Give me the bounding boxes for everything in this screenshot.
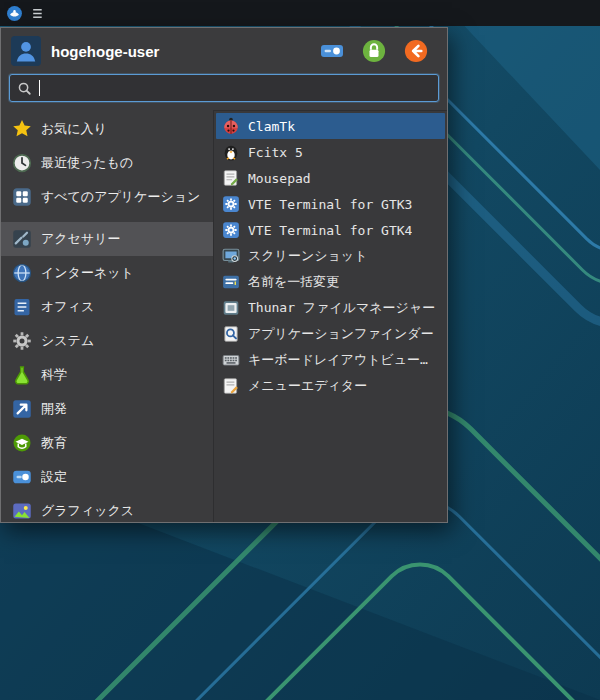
app-list: ClamTk Fcitx 5 Mousepad VTE Terminal for… [213, 110, 447, 522]
app-item[interactable]: スクリーンショット [216, 243, 445, 269]
dev-icon [12, 399, 32, 419]
menuedit-icon [222, 377, 240, 395]
fcitx-icon [222, 143, 240, 161]
app-item[interactable]: メニューエディター [216, 373, 445, 399]
thunar-icon [222, 299, 240, 317]
app-item[interactable]: Mousepad [216, 165, 445, 191]
clamtk-icon [222, 117, 240, 135]
mousepad-icon [222, 169, 240, 187]
app-item[interactable]: VTE Terminal for GTK4 [216, 217, 445, 243]
app-item[interactable]: キーボードレイアウトビュー… [216, 347, 445, 373]
settings-card-icon [320, 39, 344, 63]
logout-arrow-icon [404, 39, 428, 63]
window-list-icon[interactable] [30, 5, 47, 22]
menu-header: hogehoge-user [1, 28, 447, 72]
search-input[interactable] [9, 74, 439, 102]
app-item[interactable]: 名前を一括変更 [216, 269, 445, 295]
category-item[interactable]: グラフィックス [1, 494, 213, 522]
category-item[interactable]: 科学 [1, 358, 213, 392]
lock-icon [362, 39, 386, 63]
keyboard-icon [222, 351, 240, 369]
grid-icon [12, 187, 32, 207]
gear-icon [12, 331, 32, 351]
category-item[interactable]: すべてのアプリケーション [1, 180, 213, 214]
user-avatar [11, 36, 41, 66]
app-item[interactable]: Thunar ファイルマネージャー [216, 295, 445, 321]
category-item[interactable]: インターネット [1, 256, 213, 290]
category-item[interactable]: アクセサリー [1, 222, 213, 256]
star-icon [12, 119, 32, 139]
app-item[interactable]: アプリケーションファインダー [216, 321, 445, 347]
office-icon [12, 297, 32, 317]
whisker-menu: hogehoge-user お気に入り 最近使ったもの すべてのアプリケーション… [0, 27, 448, 523]
vte-icon [222, 221, 240, 239]
logout-button[interactable] [403, 38, 429, 64]
settings-icon [12, 467, 32, 487]
username: hogehoge-user [51, 43, 309, 60]
distro-logo-icon[interactable] [6, 5, 23, 22]
category-item[interactable]: 最近使ったもの [1, 146, 213, 180]
search-icon [17, 81, 32, 96]
category-item[interactable]: 教育 [1, 426, 213, 460]
header-actions [319, 38, 437, 64]
app-item[interactable]: VTE Terminal for GTK3 [216, 191, 445, 217]
lock-screen-button[interactable] [361, 38, 387, 64]
graphics-icon [12, 501, 32, 521]
settings-button[interactable] [319, 38, 345, 64]
clock-icon [12, 153, 32, 173]
text-caret [39, 80, 40, 96]
app-item[interactable]: Fcitx 5 [216, 139, 445, 165]
vte-icon [222, 195, 240, 213]
category-separator [1, 214, 213, 222]
screenshot-icon [222, 247, 240, 265]
edu-icon [12, 433, 32, 453]
category-item[interactable]: お気に入り [1, 112, 213, 146]
category-item[interactable]: 開発 [1, 392, 213, 426]
category-item[interactable]: システム [1, 324, 213, 358]
app-item[interactable]: ClamTk [216, 113, 445, 139]
finder-icon [222, 325, 240, 343]
rename-icon [222, 273, 240, 291]
accessories-icon [12, 229, 32, 249]
science-icon [12, 365, 32, 385]
menu-body: お気に入り 最近使ったもの すべてのアプリケーション アクセサリー インターネッ… [1, 110, 447, 522]
category-list: お気に入り 最近使ったもの すべてのアプリケーション アクセサリー インターネッ… [1, 110, 213, 522]
category-item[interactable]: オフィス [1, 290, 213, 324]
top-panel [0, 0, 600, 26]
category-item[interactable]: 設定 [1, 460, 213, 494]
globe-icon [12, 263, 32, 283]
